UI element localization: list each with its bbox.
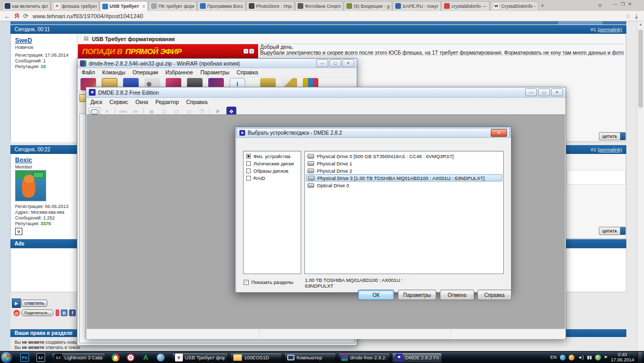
tray-volume-icon[interactable]: ◄) [578, 355, 584, 360]
tray-network-icon[interactable]: ▮▮ [587, 355, 592, 360]
language-indicator[interactable]: EN [550, 355, 557, 360]
help-button[interactable]: Справка [477, 290, 512, 300]
tray-app-icon[interactable] [569, 355, 574, 360]
lightroom-pinned-icon[interactable]: Lr [36, 353, 45, 362]
back-button-icon[interactable]: ← [4, 12, 10, 20]
ad-close-icon[interactable]: ✕ [249, 49, 254, 54]
window-restore-button[interactable]: ❐ [621, 2, 625, 7]
dialog-close-button[interactable]: ✕ [491, 129, 507, 137]
drive-row-selected[interactable]: Physical Drive 3 [1.00 TB TOSHIBA MQ01AB… [306, 174, 502, 182]
browser-tab[interactable]: (9) Входящие - gl [344, 1, 392, 10]
show-desktop-button[interactable] [637, 352, 642, 363]
category-row[interactable]: Образы дисков [245, 167, 300, 174]
drive-row[interactable]: Physical Drive 0 [500 GB ST3500418AS : C… [306, 152, 502, 160]
drive-list[interactable]: Physical Drive 0 [500 GB ST3500418AS : C… [304, 151, 504, 274]
browser-tab[interactable]: PhotoStore : Упра [246, 1, 294, 10]
category-row[interactable]: Логические диски [245, 160, 300, 167]
tab-close-icon[interactable]: ✕ [142, 4, 145, 9]
winrar-close-button[interactable]: ✕ [342, 59, 354, 67]
browser-tab[interactable]: ПК требует форма [149, 1, 197, 10]
winrar-minimize-button[interactable]: — [316, 59, 328, 67]
winrar-titlebar[interactable]: dmde-free-2.8.2.546-win32-gui.zip - WinR… [77, 59, 357, 68]
browser-scrollbar[interactable]: ▲ [637, 21, 644, 351]
window-close-button[interactable]: ✕ [628, 2, 632, 7]
dialog-titlebar[interactable]: ❖ Выбрать устройство/диск - DMDE 2.8.2 ✕ [236, 128, 510, 138]
tray-flag-icon[interactable]: ⚑ [604, 355, 608, 360]
bookmark-star-icon[interactable]: ☆ [625, 12, 631, 20]
tray-clock[interactable]: 0:40 17.06.2014 [611, 352, 634, 362]
ok-button[interactable]: ОК [358, 290, 394, 300]
menu-item[interactable]: Файл [82, 69, 95, 75]
folder-task-button[interactable]: 100EOS1D [230, 353, 282, 362]
menu-item[interactable]: Команды [102, 69, 126, 75]
menu-item[interactable]: Избранное [165, 69, 193, 75]
photoshop-pinned-icon[interactable]: Ps [20, 353, 29, 362]
menu-item[interactable]: Справка [237, 69, 258, 75]
yandex-task-button[interactable]: Y USB Требует фор... [172, 353, 228, 362]
ad-banner[interactable]: ПОПАДИ В ПРЯМОЙ ЭФИР i ✕ [78, 44, 258, 58]
share-button[interactable]: Поделиться... [21, 309, 53, 316]
cancel-button[interactable]: Отмена [440, 290, 474, 300]
start-button[interactable] [1, 352, 12, 363]
scroll-up-icon[interactable]: ▲ [639, 22, 642, 26]
post2-username-link[interactable]: Boxic [15, 157, 32, 164]
drive-row[interactable]: Physical Drive 2 [306, 167, 502, 174]
drive-row[interactable]: Optical Drive 0 [306, 182, 502, 189]
facebook-share-icon[interactable]: f [69, 309, 76, 316]
menu-item[interactable]: Диск [90, 99, 102, 105]
post1-quote-button[interactable]: цитата [599, 132, 626, 140]
yaru-share-icon[interactable] [56, 309, 59, 316]
menu-item[interactable]: Сервис [110, 99, 128, 105]
winrar-maximize-button[interactable]: ▢ [329, 59, 341, 67]
category-row[interactable]: Физ. устройства [245, 152, 300, 160]
dmde-minimize-button[interactable]: — [525, 88, 537, 96]
post2-attachment[interactable] [567, 170, 626, 185]
chrome-icon[interactable] [112, 354, 119, 361]
category-row[interactable]: RAID [245, 174, 300, 182]
browser-tab-active[interactable]: USB Требует форм✕ [100, 1, 148, 11]
new-tab-button[interactable]: + [541, 2, 544, 9]
menu-item[interactable]: Операции [132, 69, 158, 75]
browser-tab[interactable]: Фотобанк Спорти [295, 1, 343, 10]
browser-tab[interactable]: Программа Восст [197, 1, 246, 10]
menu-item[interactable]: Редактор [155, 99, 179, 105]
lightroom-task-button[interactable]: Lr Lightroom 3 Catal... [51, 353, 105, 362]
post1-permalink[interactable]: #1 (permalink) [591, 27, 622, 32]
post2-avatar[interactable] [15, 170, 46, 201]
tray-update-icon[interactable] [595, 355, 601, 360]
tab-list-button[interactable]: ≡ [598, 2, 601, 8]
menu-item[interactable]: Окна [136, 99, 148, 105]
download-icon[interactable]: ⤓ [635, 12, 638, 20]
browser-tab[interactable]: crystaldiskinfo — R [441, 1, 490, 10]
computer-task-button[interactable]: Компьютер [284, 353, 336, 362]
dmde-maximize-button[interactable]: ▢ [538, 88, 550, 96]
winrar-task-button[interactable]: dmde-free-2.8.2.5... [338, 353, 390, 362]
browser-tab[interactable]: SAPE.RU - покупк [393, 1, 441, 10]
browser-tab[interactable]: как включить фло [2, 1, 50, 10]
browser-tab[interactable]: WCrystalDiskInfo — Б [490, 1, 539, 10]
dmde-task-button[interactable]: ❖ DMDE 2.8.2 Free E... [392, 353, 442, 362]
vk-share-icon[interactable]: В [61, 309, 68, 316]
tray-bluetooth-icon[interactable] [560, 355, 566, 360]
reply-button[interactable]: ответить [21, 300, 47, 307]
device-category-list[interactable]: Физ. устройства Логические диски Образы … [243, 151, 301, 274]
mailru-share-icon[interactable]: @ [14, 310, 20, 316]
show-partitions-checkbox[interactable]: ✓ Показать разделы [244, 279, 293, 285]
menu-item[interactable]: Справка [186, 99, 207, 105]
browser-tab[interactable]: Яфлешка требует ф [51, 1, 99, 10]
post1-username-link[interactable]: SweD [15, 37, 32, 44]
url-field[interactable]: www.tehnari.ru/f93/197004/#post1041240 [33, 13, 143, 19]
menu-item[interactable]: Параметры [200, 69, 230, 75]
opera-icon[interactable]: O [127, 354, 135, 361]
drive-row[interactable]: Physical Drive 1 [306, 160, 502, 167]
reply-arrow-icon[interactable]: ▶ [12, 299, 21, 308]
post2-permalink[interactable]: #2 (permalink) [591, 147, 622, 152]
dmde-close-button[interactable]: ✕ [551, 88, 563, 96]
window-minimize-button[interactable]: — [613, 2, 618, 7]
yandex-logo-icon[interactable]: Я [15, 12, 19, 20]
acdsee-icon[interactable]: A [142, 354, 150, 361]
refresh-icon[interactable]: ⟳ [23, 12, 29, 20]
globe-icon[interactable] [157, 354, 165, 361]
dmde-titlebar[interactable]: ❖ DMDE 2.8.2 Free Edition — ▢ ✕ [86, 87, 566, 98]
params-button[interactable]: Параметры [398, 290, 436, 300]
